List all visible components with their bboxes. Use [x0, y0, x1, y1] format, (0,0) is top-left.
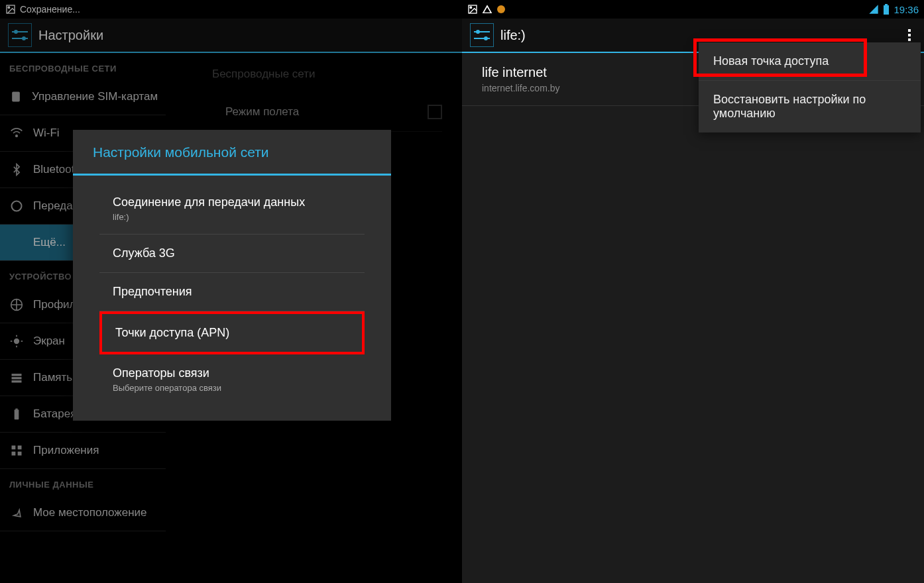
- page-title: life:): [500, 28, 526, 43]
- settings-icon: [470, 23, 494, 47]
- dialog-item-preferences[interactable]: Предпочтения: [99, 273, 365, 311]
- dialog-title: Настройки мобильной сети: [73, 130, 391, 176]
- dialog-item-primary: Соединение для передачи данных: [113, 195, 351, 209]
- dialog-item-primary: Предпочтения: [113, 285, 351, 299]
- left-screen: Сохранение... Настройки БЕСПРОВОДНЫЕ СЕТ…: [0, 0, 462, 583]
- svg-point-27: [497, 5, 505, 13]
- popup-item-label: Новая точка доступа: [713, 54, 829, 68]
- apn-list: life internet internet.life.com.by: [462, 53, 924, 583]
- popup-item-new-apn[interactable]: Новая точка доступа: [699, 42, 921, 81]
- dialog-item-primary: Точки доступа (APN): [115, 326, 349, 340]
- dialog-item-primary: Операторы связи: [113, 366, 351, 380]
- svg-point-33: [484, 36, 488, 40]
- svg-point-26: [470, 7, 472, 9]
- signal-icon: [868, 4, 879, 15]
- dialog-item-data-connection[interactable]: Соединение для передачи данных life:): [99, 184, 365, 235]
- svg-rect-28: [884, 5, 889, 15]
- svg-point-31: [476, 30, 480, 34]
- status-time: 19:36: [894, 4, 919, 15]
- dialog-item-primary: Служба 3G: [113, 246, 351, 260]
- right-screen: 19:36 life:) life internet internet.life…: [462, 0, 924, 583]
- battery-icon: [883, 4, 890, 15]
- dialog-item-operators[interactable]: Операторы связи Выберите оператора связи: [99, 354, 365, 405]
- svg-rect-29: [885, 4, 888, 5]
- circle-icon: [496, 5, 506, 14]
- overflow-popup-menu: Новая точка доступа Восстановить настрой…: [699, 42, 921, 132]
- dialog-item-3g[interactable]: Служба 3G: [99, 235, 365, 273]
- popup-item-reset-defaults[interactable]: Восстановить настройки по умолчанию: [699, 81, 921, 132]
- dialog-item-apn[interactable]: Точки доступа (APN): [99, 311, 365, 354]
- mobile-network-dialog: Настройки мобильной сети Соединение для …: [73, 130, 391, 421]
- warning-icon: [482, 4, 492, 15]
- popup-item-label: Восстановить настройки по умолчанию: [713, 93, 866, 120]
- image-icon: [467, 4, 478, 15]
- dialog-item-secondary: life:): [113, 212, 351, 222]
- status-bar: 19:36: [462, 0, 924, 19]
- dialog-item-secondary: Выберите оператора связи: [113, 383, 351, 393]
